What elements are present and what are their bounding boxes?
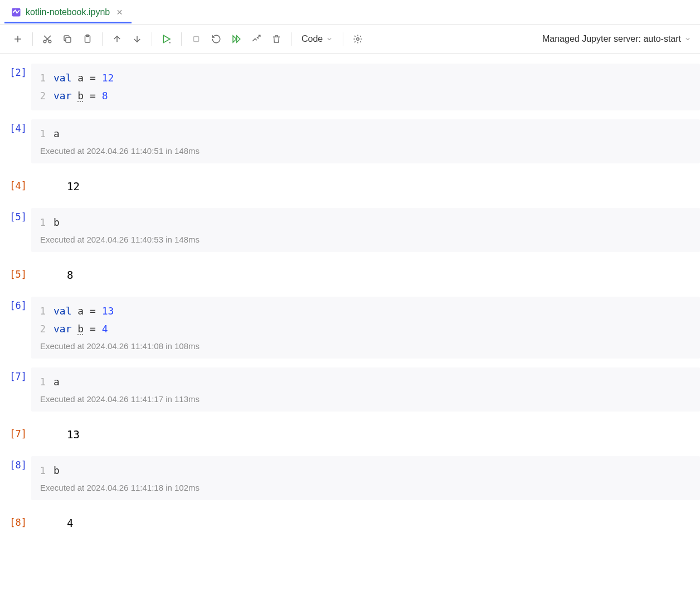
separator [102, 32, 103, 46]
separator [181, 32, 182, 46]
code-cell[interactable]: [8]1bExecuted at 2024.04.26 11:41:18 in … [0, 456, 700, 500]
code-line[interactable]: 1val a = 12 [31, 69, 700, 87]
line-number: 2 [31, 320, 54, 338]
tab-active-indicator [4, 22, 132, 23]
input-prompt: [2] [0, 64, 31, 78]
line-number: 1 [31, 462, 54, 480]
separator [152, 32, 152, 46]
copy-button[interactable] [59, 30, 76, 48]
output-prompt: [4] [0, 172, 31, 191]
line-number: 1 [31, 69, 54, 87]
svg-point-1 [43, 40, 46, 43]
cell-body[interactable]: 1bExecuted at 2024.04.26 11:41:18 in 102… [31, 456, 700, 500]
code-content[interactable]: b [54, 214, 700, 231]
stop-button[interactable] [187, 30, 205, 48]
execution-metadata: Executed at 2024.04.26 11:40:53 in 148ms [31, 231, 700, 246]
line-number: 1 [31, 214, 54, 231]
execution-metadata: Executed at 2024.04.26 11:41:18 in 102ms [31, 480, 700, 495]
tab-title: kotlin-notebook.ipynb [26, 7, 110, 17]
cell-body[interactable]: 1val a = 122var b = 8 [31, 64, 700, 110]
output-row: [5]8 [0, 261, 700, 287]
settings-button[interactable] [349, 30, 367, 48]
toolbar: Code Managed Jupyter server: auto-start [0, 25, 700, 54]
code-cell[interactable]: [7]1aExecuted at 2024.04.26 11:41:17 in … [0, 367, 700, 412]
input-prompt: [6] [0, 297, 31, 311]
code-content[interactable]: var b = 8 [54, 87, 700, 105]
code-line[interactable]: 1a [31, 125, 700, 143]
output-value: 12 [49, 178, 691, 192]
chevron-down-icon [684, 36, 691, 42]
move-up-button[interactable] [108, 30, 126, 48]
execution-metadata: Executed at 2024.04.26 11:41:17 in 113ms [31, 391, 700, 406]
svg-point-2 [48, 40, 51, 43]
code-line[interactable]: 1a [31, 373, 700, 391]
restart-button[interactable] [207, 30, 225, 48]
input-prompt: [8] [0, 456, 31, 471]
close-icon[interactable]: × [114, 7, 125, 17]
code-line[interactable]: 1b [31, 214, 700, 231]
code-content[interactable]: a [54, 373, 700, 391]
separator [343, 32, 343, 46]
server-selector[interactable]: Managed Jupyter server: auto-start [542, 34, 691, 44]
code-cell[interactable]: [6]1val a = 132var b = 4Executed at 2024… [0, 297, 700, 359]
output-prompt: [7] [0, 420, 31, 439]
run-cell-button[interactable] [158, 30, 176, 48]
notebook-area: [2]1val a = 122var b = 8[4]1aExecuted at… [0, 54, 700, 535]
output-value: 8 [49, 267, 691, 281]
toolbar-left: Code [9, 30, 367, 48]
code-content[interactable]: a [54, 125, 700, 143]
tab-bar: kotlin-notebook.ipynb × [0, 0, 700, 25]
line-number: 1 [31, 373, 54, 391]
separator [32, 32, 33, 46]
chevron-down-icon [326, 36, 333, 42]
code-content[interactable]: b [54, 462, 700, 480]
output-row: [4]12 [0, 172, 700, 198]
paste-button[interactable] [79, 30, 96, 48]
code-content[interactable]: var b = 4 [54, 320, 700, 338]
code-cell[interactable]: [2]1val a = 122var b = 8 [0, 64, 700, 110]
code-line[interactable]: 1val a = 13 [31, 302, 700, 320]
cell-body[interactable]: 1bExecuted at 2024.04.26 11:40:53 in 148… [31, 208, 700, 252]
execution-metadata: Executed at 2024.04.26 11:41:08 in 108ms [31, 338, 700, 353]
input-prompt: [5] [0, 208, 31, 222]
server-label: Managed Jupyter server: auto-start [542, 34, 681, 44]
cell-body[interactable]: 1aExecuted at 2024.04.26 11:41:17 in 113… [31, 367, 700, 412]
delete-cell-button[interactable] [268, 30, 285, 48]
tab-kotlin-notebook[interactable]: kotlin-notebook.ipynb × [4, 2, 132, 23]
line-number: 2 [31, 87, 54, 105]
svg-rect-3 [66, 37, 71, 42]
output-value: 13 [49, 426, 691, 441]
cell-type-select[interactable]: Code [297, 34, 337, 44]
output-value: 4 [49, 515, 691, 529]
clear-outputs-button[interactable] [247, 30, 265, 48]
input-prompt: [7] [0, 367, 31, 382]
cell-body[interactable]: 1aExecuted at 2024.04.26 11:40:51 in 148… [31, 119, 700, 163]
cut-button[interactable] [38, 30, 56, 48]
notebook-file-icon [11, 7, 21, 17]
line-number: 1 [31, 302, 54, 320]
output-prompt: [8] [0, 509, 31, 528]
add-cell-button[interactable] [9, 30, 27, 48]
line-number: 1 [31, 125, 54, 143]
code-cell[interactable]: [4]1aExecuted at 2024.04.26 11:40:51 in … [0, 119, 700, 163]
output-row: [8]4 [0, 509, 700, 535]
svg-point-7 [357, 37, 359, 40]
code-line[interactable]: 2var b = 4 [31, 320, 700, 338]
execution-metadata: Executed at 2024.04.26 11:40:51 in 148ms [31, 143, 700, 158]
code-content[interactable]: val a = 12 [54, 69, 700, 87]
cell-type-label: Code [302, 34, 323, 44]
output-prompt: [5] [0, 261, 31, 280]
code-cell[interactable]: [5]1bExecuted at 2024.04.26 11:40:53 in … [0, 208, 700, 252]
code-content[interactable]: val a = 13 [54, 302, 700, 320]
cell-body[interactable]: 1val a = 132var b = 4Executed at 2024.04… [31, 297, 700, 359]
output-row: [7]13 [0, 420, 700, 446]
run-all-button[interactable] [227, 30, 245, 48]
code-line[interactable]: 2var b = 8 [31, 87, 700, 105]
move-down-button[interactable] [128, 30, 146, 48]
separator [291, 32, 291, 46]
code-line[interactable]: 1b [31, 462, 700, 480]
svg-rect-6 [194, 36, 199, 41]
input-prompt: [4] [0, 119, 31, 134]
